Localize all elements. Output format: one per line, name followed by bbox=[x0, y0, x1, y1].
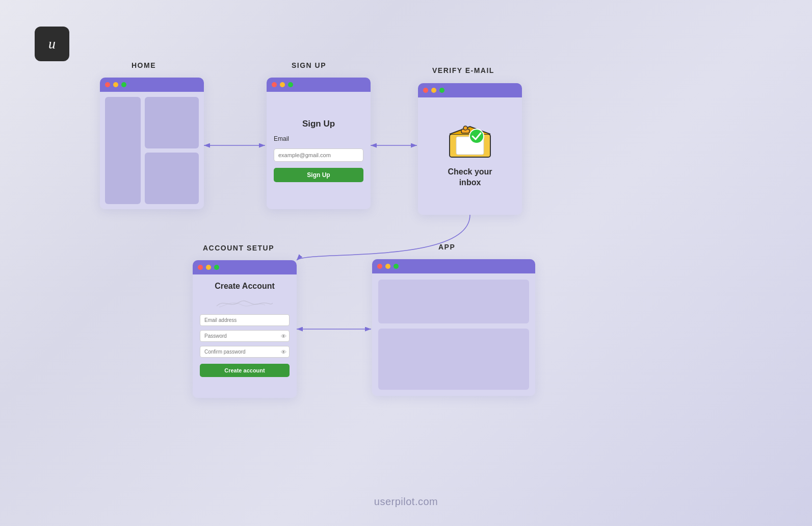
account-password-input[interactable] bbox=[200, 330, 290, 342]
account-confirm-wrapper: 👁 bbox=[200, 346, 290, 358]
home-label: HOME bbox=[132, 61, 156, 69]
dot-yellow-app bbox=[385, 264, 390, 269]
email-icon bbox=[447, 124, 493, 160]
logo: u bbox=[35, 27, 69, 61]
account-password-wrapper: 👁 bbox=[200, 330, 290, 342]
app-browser bbox=[372, 259, 535, 396]
eye-icon-2: 👁 bbox=[281, 349, 286, 355]
signup-body: Sign Up Email Sign Up bbox=[267, 92, 371, 209]
account-browser: Create Account 👁 👁 Create account bbox=[193, 260, 297, 398]
account-email-input[interactable] bbox=[200, 314, 290, 326]
dot-red-signup bbox=[272, 82, 277, 87]
account-form-title: Create Account bbox=[215, 282, 275, 291]
verify-label: VERIFY E-MAIL bbox=[432, 66, 494, 74]
signup-browser: Sign Up Email Sign Up bbox=[267, 78, 371, 209]
svg-point-4 bbox=[463, 126, 467, 130]
signup-button[interactable]: Sign Up bbox=[274, 168, 363, 182]
dot-yellow-account bbox=[206, 265, 211, 270]
dot-green-signup bbox=[288, 82, 293, 87]
dot-yellow bbox=[113, 82, 118, 87]
dot-red-verify bbox=[423, 88, 428, 93]
signup-form-title: Sign Up bbox=[302, 119, 335, 129]
logo-letter: u bbox=[48, 36, 56, 52]
app-body bbox=[372, 273, 535, 396]
signup-email-label: Email bbox=[274, 135, 289, 142]
dot-green-account bbox=[214, 265, 219, 270]
dot-red bbox=[105, 82, 110, 87]
dot-yellow-signup bbox=[280, 82, 285, 87]
home-body bbox=[100, 92, 204, 209]
dot-yellow-verify bbox=[431, 88, 436, 93]
app-label: APP bbox=[438, 243, 455, 251]
home-titlebar bbox=[100, 78, 204, 92]
account-body: Create Account 👁 👁 Create account bbox=[193, 274, 297, 398]
home-browser bbox=[100, 78, 204, 209]
app-top-block bbox=[378, 280, 529, 323]
svg-point-2 bbox=[469, 129, 484, 143]
home-top-block bbox=[145, 97, 199, 148]
dot-red-account bbox=[198, 265, 203, 270]
account-label: ACCOUNT SETUP bbox=[203, 244, 274, 252]
signup-email-input[interactable] bbox=[274, 148, 363, 162]
account-create-button[interactable]: Create account bbox=[200, 364, 290, 377]
signature-area bbox=[200, 296, 290, 310]
signup-label: SIGN UP bbox=[292, 61, 326, 69]
eye-icon: 👁 bbox=[281, 333, 286, 339]
verify-browser: Check your inbox bbox=[418, 83, 522, 215]
verify-body: Check your inbox bbox=[418, 97, 522, 215]
account-confirm-input[interactable] bbox=[200, 346, 290, 358]
dot-green bbox=[121, 82, 126, 87]
home-sidebar-block bbox=[105, 97, 141, 204]
dot-green-app bbox=[394, 264, 399, 269]
app-titlebar bbox=[372, 259, 535, 273]
home-bottom-block bbox=[145, 153, 199, 204]
verify-message: Check your inbox bbox=[448, 167, 492, 188]
signup-titlebar bbox=[267, 78, 371, 92]
footer-text: userpilot.com bbox=[374, 496, 438, 508]
account-titlebar bbox=[193, 260, 297, 274]
dot-green-verify bbox=[439, 88, 444, 93]
dot-red-app bbox=[377, 264, 382, 269]
verify-titlebar bbox=[418, 83, 522, 97]
app-bottom-block bbox=[378, 329, 529, 390]
